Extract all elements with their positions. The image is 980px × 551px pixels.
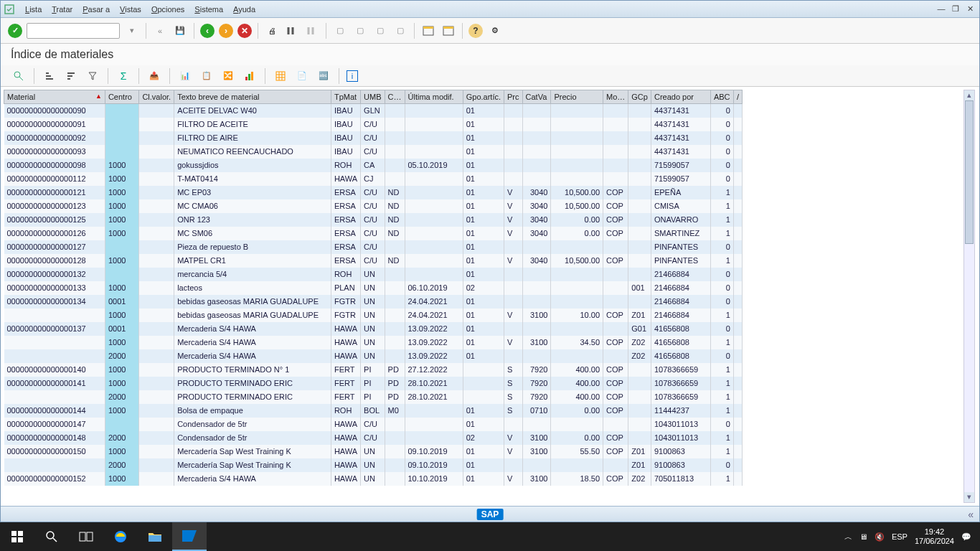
first-page-icon[interactable]: ▢ bbox=[332, 23, 348, 39]
help-button[interactable]: ? bbox=[468, 24, 483, 38]
sap-taskbar-icon[interactable] bbox=[172, 522, 207, 551]
table-row[interactable]: 000000000000000091FILTRO DE ACEITEIBAUC/… bbox=[4, 118, 743, 131]
table-row[interactable]: 0000000000000001281000MATPEL CR1ERSAC/UN… bbox=[4, 254, 743, 268]
col-umb[interactable]: UMB bbox=[361, 90, 385, 104]
filter-icon[interactable] bbox=[85, 69, 100, 83]
change-layout-icon[interactable]: 📋 bbox=[199, 69, 215, 83]
vertical-scrollbar[interactable]: ▴ ▾ bbox=[963, 90, 975, 503]
table-row[interactable]: 000000000000000132mercancia 5/4ROHUN0121… bbox=[4, 268, 743, 281]
col-catva[interactable]: CatVa bbox=[522, 90, 551, 104]
prev-page-icon[interactable]: ▢ bbox=[352, 23, 368, 39]
col-tpmat[interactable]: TpMat bbox=[331, 90, 360, 104]
notifications-icon[interactable]: 💬 bbox=[961, 532, 971, 542]
table-row[interactable]: 1000bebidas gaseosas MARIA GUADALUPEFGTR… bbox=[4, 309, 743, 322]
table-row[interactable]: 2000Mercaderia S/4 HAWAHAWAUN13.09.20220… bbox=[4, 349, 743, 363]
table-row[interactable]: 1000Mercaderia S/4 HAWAHAWAUN13.09.20220… bbox=[4, 336, 743, 349]
tray-chevron-icon[interactable]: ︿ bbox=[844, 532, 852, 542]
statusbar-expand-icon[interactable]: « bbox=[968, 509, 979, 520]
details-icon[interactable] bbox=[11, 69, 27, 83]
select-layout-icon[interactable]: 🔀 bbox=[220, 69, 236, 83]
find-next-icon[interactable] bbox=[304, 23, 320, 39]
minimize-button[interactable]: — bbox=[935, 4, 948, 14]
col-abc[interactable]: ABC bbox=[710, 90, 733, 104]
table-row[interactable]: 0000000000000001331000lacteosPLANUN06.10… bbox=[4, 281, 743, 295]
enter-button[interactable]: ✓ bbox=[8, 24, 22, 38]
table-row[interactable]: 2000Mercadería Sap West Training KHAWAUN… bbox=[4, 458, 743, 472]
menu-tratar[interactable]: Tratar bbox=[52, 5, 72, 14]
volume-icon[interactable]: 🔇 bbox=[875, 532, 885, 542]
restore-button[interactable]: ❐ bbox=[949, 4, 962, 14]
sort-asc-icon[interactable] bbox=[42, 69, 57, 83]
exit-button[interactable]: › bbox=[219, 24, 233, 38]
col-centro[interactable]: Centro bbox=[105, 90, 138, 104]
explorer-icon[interactable] bbox=[138, 522, 172, 551]
last-page-icon[interactable]: ▢ bbox=[392, 23, 408, 39]
col-mo[interactable]: Mo… bbox=[603, 90, 628, 104]
menu-ayuda[interactable]: Ayuda bbox=[233, 5, 255, 14]
col-precio[interactable]: Precio bbox=[551, 90, 603, 104]
back-button[interactable]: ‹ bbox=[200, 24, 215, 38]
spreadsheet-icon[interactable] bbox=[273, 69, 288, 83]
table-row[interactable]: 0000000000000001261000MC SM06ERSAC/UND01… bbox=[4, 227, 743, 240]
col-creado[interactable]: Creado por bbox=[651, 90, 710, 104]
table-row[interactable]: 0000000000000001401000PRODUCTO TERMINADO… bbox=[4, 363, 743, 377]
table-row[interactable]: 0000000000000001121000T-MAT0414HAWACJ017… bbox=[4, 172, 743, 186]
table-row[interactable]: 0000000000000001340001bebidas gaseosas M… bbox=[4, 295, 743, 309]
sort-desc-icon[interactable] bbox=[63, 69, 79, 83]
table-row[interactable]: 000000000000000090ACEITE DELVAC W40IBAUG… bbox=[4, 104, 743, 118]
col-ultima[interactable]: Última modif. bbox=[405, 90, 463, 104]
table-row[interactable]: 000000000000000147Condensador de 5trHAWA… bbox=[4, 418, 743, 431]
col-clvalor[interactable]: Cl.valor. bbox=[139, 90, 174, 104]
scroll-thumb[interactable] bbox=[965, 100, 974, 244]
table-row[interactable]: 2000PRODUCTO TERMINADO ERICFERTPIPD28.10… bbox=[4, 390, 743, 404]
menu-sistema[interactable]: Sistema bbox=[194, 5, 223, 14]
clock[interactable]: 19:42 17/06/2024 bbox=[915, 527, 954, 546]
menu-lista[interactable]: Lista bbox=[25, 5, 42, 14]
search-icon[interactable] bbox=[34, 522, 69, 551]
scroll-up-icon[interactable]: ▴ bbox=[964, 90, 974, 100]
taskview-icon[interactable] bbox=[69, 522, 103, 551]
table-row[interactable]: 000000000000000092FILTRO DE AIREIBAUC/U0… bbox=[4, 131, 743, 145]
table-row[interactable]: 0000000000000001521000Mercaderia S/4 HAW… bbox=[4, 472, 743, 486]
graphic-icon[interactable] bbox=[242, 69, 258, 83]
layout-icon[interactable]: 📊 bbox=[177, 69, 193, 83]
wordproc-icon[interactable]: 📄 bbox=[294, 69, 310, 83]
dropdown-icon[interactable]: ▾ bbox=[124, 23, 140, 39]
command-field[interactable] bbox=[27, 23, 120, 39]
col-texto[interactable]: Texto breve de material bbox=[174, 90, 331, 104]
table-row[interactable]: 000000000000000127Pieza de repuesto BERS… bbox=[4, 240, 743, 254]
abc-icon[interactable]: 🔤 bbox=[316, 69, 331, 83]
network-icon[interactable]: 🖥 bbox=[859, 532, 867, 541]
table-row[interactable]: 0000000000000001441000Bolsa de empaqueRO… bbox=[4, 404, 743, 418]
export-icon[interactable]: 📤 bbox=[146, 69, 162, 83]
table-row[interactable]: 0000000000000001501000Mercadería Sap Wes… bbox=[4, 445, 743, 458]
start-button[interactable] bbox=[0, 522, 34, 551]
cancel-button[interactable]: ✕ bbox=[237, 24, 252, 38]
menu-opciones[interactable]: Opciones bbox=[151, 5, 184, 14]
new-session-icon[interactable] bbox=[420, 23, 436, 39]
menu-pasar a[interactable]: Pasar a bbox=[83, 5, 110, 14]
col-gcp[interactable]: GCp bbox=[628, 90, 651, 104]
info-icon[interactable]: i bbox=[347, 70, 358, 82]
sum-icon[interactable]: Σ bbox=[116, 69, 131, 83]
save-icon[interactable]: 💾 bbox=[172, 23, 188, 39]
next-page-icon[interactable]: ▢ bbox=[372, 23, 388, 39]
col-gpo[interactable]: Gpo.artíc. bbox=[463, 90, 504, 104]
find-icon[interactable] bbox=[284, 23, 300, 39]
col-ext[interactable]: / bbox=[733, 90, 742, 104]
table-row[interactable]: 0000000000000001211000MC EP03ERSAC/UND01… bbox=[4, 186, 743, 199]
table-row[interactable]: 0000000000000001370001Mercaderia S/4 HAW… bbox=[4, 322, 743, 336]
print-icon[interactable]: 🖨 bbox=[264, 23, 280, 39]
ie-icon[interactable] bbox=[103, 522, 138, 551]
menu-vistas[interactable]: Vistas bbox=[120, 5, 141, 14]
table-row[interactable]: 000000000000000093NEUMATICO REENCAUCHADO… bbox=[4, 145, 743, 159]
close-button[interactable]: ✕ bbox=[963, 4, 976, 14]
language-indicator[interactable]: ESP bbox=[892, 532, 908, 541]
table-row[interactable]: 0000000000000001482000Condensador de 5tr… bbox=[4, 431, 743, 445]
col-material[interactable]: Material▲ bbox=[4, 90, 105, 104]
table-row[interactable]: 0000000000000000981000gokussjdiosROHCA05… bbox=[4, 159, 743, 172]
shortcut-icon[interactable] bbox=[440, 23, 456, 39]
table-row[interactable]: 0000000000000001251000ONR 123ERSAC/UND01… bbox=[4, 213, 743, 227]
table-row[interactable]: 0000000000000001231000MC CMA06ERSAC/UND0… bbox=[4, 199, 743, 213]
scroll-down-icon[interactable]: ▾ bbox=[964, 492, 974, 502]
